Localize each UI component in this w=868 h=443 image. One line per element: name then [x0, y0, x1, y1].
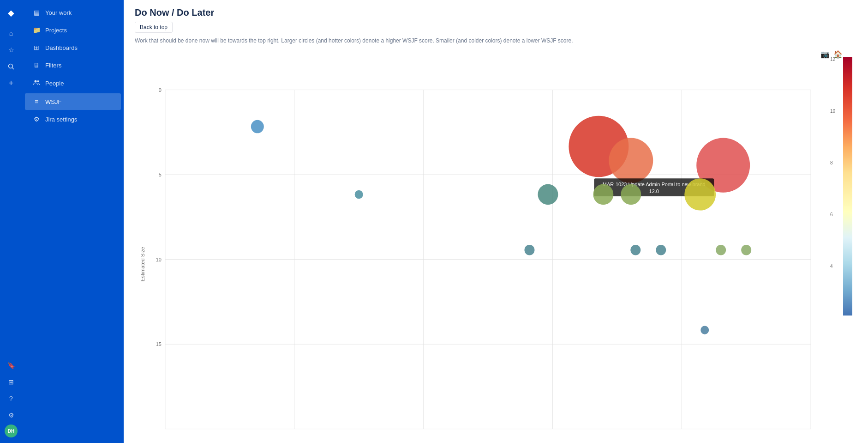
svg-point-3	[37, 80, 39, 82]
scale-label-6: 6	[830, 212, 833, 217]
bubble-15[interactable]	[700, 326, 709, 334]
bubble-5[interactable]	[355, 190, 363, 199]
sidebar-item-projects[interactable]: 📁 Projects	[25, 22, 121, 38]
bubble-11[interactable]	[630, 245, 641, 255]
sidebar-nav: ▤ Your work 📁 Projects ⊞ Dashboards 🖥 Fi…	[22, 0, 124, 443]
svg-point-2	[35, 80, 37, 83]
sidebar-label-jira-settings: Jira settings	[45, 116, 77, 123]
sidebar-item-people[interactable]: People	[25, 74, 121, 92]
y-axis-label: Estimated Size	[140, 247, 145, 281]
page-subtitle: Work that should be done now will be tow…	[135, 37, 857, 44]
y-tick-15: 15	[156, 341, 162, 347]
jira-settings-icon: ⚙	[32, 115, 41, 123]
main-content: Do Now / Do Later Back to top Work that …	[124, 0, 868, 443]
projects-icon: 📁	[32, 26, 41, 34]
scale-label-4: 4	[830, 264, 833, 269]
home-icon-btn[interactable]: ⌂	[4, 26, 18, 41]
y-tick-10: 10	[156, 257, 162, 262]
wsjf-icon: ≡	[32, 98, 41, 105]
grid-icon-btn[interactable]: ⊞	[4, 375, 18, 389]
sidebar-label-dashboards: Dashboards	[45, 44, 78, 51]
plus-icon-btn[interactable]: +	[4, 76, 18, 91]
sidebar-item-dashboards[interactable]: ⊞ Dashboards	[25, 39, 121, 56]
settings-icon-btn[interactable]: ⚙	[4, 408, 18, 423]
bubble-3[interactable]	[609, 138, 653, 183]
sidebar-label-projects: Projects	[45, 27, 67, 34]
scatter-chart: Estimated Size 0 5 10 15	[128, 52, 857, 438]
tooltip-line2: 12.0	[649, 188, 659, 194]
sidebar-icons-panel: ◆ ⌂ ☆ + 🔖 ⊞ ? ⚙ DH	[0, 0, 22, 443]
svg-line-1	[12, 68, 14, 70]
star-icon-btn[interactable]: ☆	[4, 42, 18, 57]
scale-label-8: 8	[830, 160, 833, 165]
people-icon	[32, 79, 41, 88]
your-work-icon: ▤	[32, 9, 41, 16]
scale-label-10: 10	[830, 109, 835, 114]
scale-label-12: 12	[830, 57, 835, 62]
page-title: Do Now / Do Later	[135, 7, 857, 18]
bookmark-icon-btn[interactable]: 🔖	[4, 358, 18, 373]
bubble-14[interactable]	[741, 245, 751, 255]
color-scale: 12 10 8 6 4	[843, 57, 852, 334]
bubble-12[interactable]	[656, 245, 666, 255]
filters-icon: 🖥	[32, 61, 41, 69]
page-header: Do Now / Do Later Back to top Work that …	[124, 0, 868, 48]
bubble-7[interactable]	[593, 184, 613, 205]
dashboards-icon: ⊞	[32, 44, 41, 51]
bubble-9[interactable]	[684, 178, 716, 210]
bubble-1[interactable]	[251, 120, 264, 134]
user-avatar[interactable]: DH	[5, 425, 18, 437]
sidebar-label-people: People	[45, 80, 64, 87]
color-gradient-bar	[843, 57, 852, 316]
chart-area: 📷 🏠 Estimated Size 0	[124, 48, 868, 443]
y-tick-5: 5	[159, 172, 162, 177]
sidebar-item-your-work[interactable]: ▤ Your work	[25, 4, 121, 21]
help-icon-btn[interactable]: ?	[4, 391, 18, 406]
bubble-10[interactable]	[524, 245, 534, 255]
bubble-6[interactable]	[538, 184, 558, 205]
sidebar-item-jira-settings[interactable]: ⚙ Jira settings	[25, 111, 121, 127]
back-to-top-button[interactable]: Back to top	[135, 22, 173, 33]
sidebar-label-filters: Filters	[45, 62, 61, 69]
scatter-svg: Estimated Size 0 5 10 15	[128, 52, 857, 438]
bubble-8[interactable]	[621, 184, 641, 205]
sidebar-item-wsjf[interactable]: ≡ WSJF	[25, 93, 121, 110]
jira-logo[interactable]: ◆	[4, 6, 18, 20]
y-tick-0: 0	[159, 87, 162, 93]
sidebar-item-filters[interactable]: 🖥 Filters	[25, 57, 121, 73]
sidebar-label-your-work: Your work	[45, 9, 72, 16]
svg-point-0	[9, 64, 13, 68]
search-icon-btn[interactable]	[4, 59, 18, 74]
sidebar-label-wsjf: WSJF	[45, 98, 61, 105]
bubble-13[interactable]	[716, 245, 726, 255]
